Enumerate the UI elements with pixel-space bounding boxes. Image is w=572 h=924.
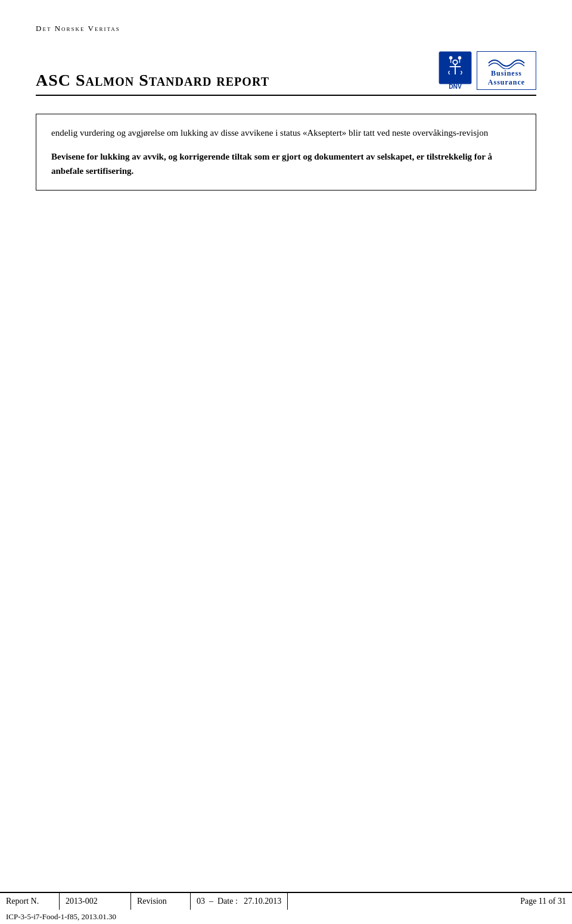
org-name: Det Norske Veritas — [36, 24, 536, 33]
business-text: Business — [491, 69, 522, 78]
page-content: Det Norske Veritas ASC Salmon Standard r… — [0, 0, 572, 892]
report-title: ASC Salmon Standard report — [36, 71, 269, 90]
wave-icon — [486, 54, 527, 69]
page: Det Norske Veritas ASC Salmon Standard r… — [0, 0, 572, 924]
footer-row: Report N. 2013-002 Revision 03 – Date : … — [0, 892, 572, 910]
svg-point-4 — [449, 56, 453, 60]
logo-area: DNV Business Assurance — [437, 51, 536, 90]
title-section: ASC Salmon Standard report — [36, 51, 536, 96]
footer-revision-label: Revision — [131, 893, 191, 910]
svg-point-5 — [458, 56, 462, 60]
paragraph-1: endelig vurdering og avgjørelse om lukki… — [51, 126, 521, 140]
footer-revision-value: 03 – Date : 27.10.2013 — [191, 893, 288, 910]
footer-report-label: Report N. — [0, 893, 60, 910]
dnv-logo-icon: DNV — [437, 51, 473, 90]
footer-page-value: Page 11 of 31 — [288, 893, 572, 910]
footer-icp-code: ICP-3-5-i7-Food-1-f85, 2013.01.30 — [0, 910, 572, 924]
footer-report-value: 2013-002 — [60, 893, 131, 910]
content-box: endelig vurdering og avgjørelse om lukki… — [36, 114, 536, 191]
page-footer: Report N. 2013-002 Revision 03 – Date : … — [0, 892, 572, 924]
svg-text:DNV: DNV — [449, 83, 462, 90]
assurance-text: Assurance — [488, 78, 525, 87]
business-assurance-logo: Business Assurance — [477, 51, 536, 90]
paragraph-2: Bevisene for lukking av avvik, og korrig… — [51, 149, 521, 178]
